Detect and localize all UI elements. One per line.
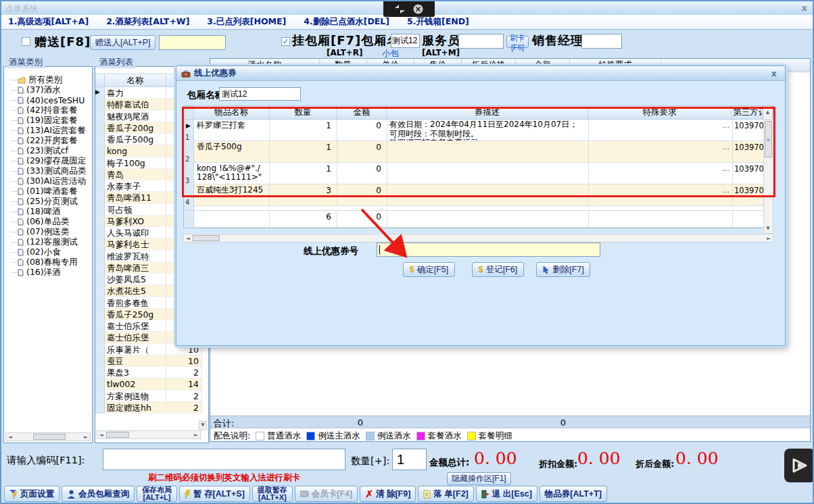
category-label: (22)开房套餐	[26, 136, 78, 146]
coupon-row[interactable]: ▶4 百威纯生3打1245 3 0 … 1039706	[184, 184, 773, 206]
register-button[interactable]: $ 登记[F6]	[472, 262, 524, 277]
scroll-left-arrow[interactable]: ◄	[97, 432, 105, 439]
scroll-right-arrow[interactable]: ►	[765, 235, 773, 243]
scroll-right-arrow[interactable]: ►	[192, 432, 200, 439]
code-entry-input[interactable]	[103, 449, 345, 470]
scroll-thumb[interactable]: ≡	[765, 121, 772, 157]
page-setup-button[interactable]: 页面设置	[4, 486, 59, 502]
coupon-row[interactable]: ▶2 香瓜子500g 1 0 … 1039706	[184, 141, 773, 163]
category-item[interactable]: (12)客服测试	[7, 237, 91, 247]
categories-hscrollbar[interactable]: ◄ ►	[5, 432, 91, 441]
dialog-room-name-input[interactable]	[219, 87, 301, 101]
category-item[interactable]: (02)小食	[7, 247, 91, 257]
category-item[interactable]: (23)测试cf	[7, 146, 91, 156]
save-layout-button[interactable]: 保存布局[ALT+L]	[137, 486, 177, 502]
close-circle-icon[interactable]	[413, 4, 423, 14]
drinks-vscroll-down-arrow[interactable]: ▼	[199, 421, 207, 430]
scroll-left-arrow[interactable]: ◄	[184, 235, 192, 243]
more-button[interactable]: …	[722, 143, 730, 151]
category-item[interactable]: (40)cesTeSHU	[7, 95, 91, 105]
item-coupon-button[interactable]: 物品券[ALT+T]	[540, 486, 607, 502]
category-item[interactable]: (22)开房套餐	[7, 136, 91, 146]
coupon-table-vscrollbar[interactable]: ≡ ▼	[763, 119, 773, 234]
retrieve-hold-button[interactable]: 提取暂存[ALT+X]	[252, 486, 293, 502]
dialog-titlebar[interactable]: 线上优惠券 x	[176, 66, 785, 81]
place-order-button[interactable]: 落 单[F2]	[418, 486, 473, 502]
hold-order-button[interactable]: 暂 存[ALT+S]	[179, 486, 250, 502]
item-name-cell: 香瓜子500g	[194, 141, 270, 163]
drink-row[interactable]: ▶ 固定赠送hh 2	[95, 402, 202, 413]
category-item[interactable]: (16)洋酒	[7, 268, 91, 278]
more-button[interactable]: …	[722, 164, 730, 173]
category-item[interactable]: (30)AI运营活动	[7, 176, 91, 186]
coupon-table-hscrollbar[interactable]: ◄ ►	[183, 234, 773, 243]
coupon-number-input[interactable]	[377, 243, 600, 257]
gift-person-input[interactable]	[159, 35, 226, 50]
gift-person-button[interactable]: 赠送人[ALT+P]	[90, 35, 155, 50]
drink-row[interactable]: ▶ 方案例送物 2	[95, 390, 202, 402]
sales-manager-input[interactable]	[581, 34, 622, 49]
category-item[interactable]: (37)酒水	[7, 85, 91, 95]
special-cell: …	[589, 163, 733, 184]
category-item[interactable]: (01)啤酒套餐	[7, 186, 91, 197]
item-name-cell: kong !&%@#"./ 128\"<11111>"	[194, 163, 270, 184]
category-label: 所有类别	[28, 75, 62, 85]
scroll-left-arrow[interactable]: ◄	[6, 434, 14, 441]
sales-manager-label: 销售经理	[532, 32, 583, 49]
clear-button[interactable]: ✗ 清 除[F9]	[360, 486, 416, 502]
waiter-input[interactable]	[458, 34, 504, 49]
swipe-card-button[interactable]: 刷卡[F6]	[506, 36, 529, 48]
window-close-icon[interactable]: x	[802, 3, 807, 13]
drink-row[interactable]: ▶ 果盘3 2	[95, 367, 202, 378]
category-item[interactable]: 所有类别	[7, 75, 91, 85]
category-item[interactable]: (42)抖音套餐	[7, 105, 91, 116]
scroll-down-arrow[interactable]: ▼	[764, 225, 772, 232]
table-scroll-up-arrow[interactable]: ▲	[764, 109, 772, 116]
category-item[interactable]: (07)例送类	[7, 227, 91, 237]
amount-cell: 0	[337, 163, 387, 184]
menu-advanced[interactable]: 1.高级选项[ALT+A]	[8, 16, 89, 28]
more-button[interactable]: …	[722, 186, 730, 195]
drink-row[interactable]: ▶ 蚕豆 10	[95, 355, 202, 367]
category-item[interactable]: (19)固定套餐	[7, 116, 91, 126]
more-button[interactable]: …	[722, 121, 730, 130]
category-label: (40)cesTeSHU	[26, 95, 85, 105]
category-label: (42)抖音套餐	[26, 105, 78, 116]
category-item[interactable]: (33)测试商品类	[7, 166, 91, 176]
collapse-icon[interactable]	[395, 5, 405, 14]
quantity-input[interactable]	[392, 449, 427, 470]
room-checkbox[interactable]: ✓	[281, 37, 290, 46]
drinks-col-name[interactable]: 名称	[105, 74, 166, 87]
confirm-button[interactable]: $ 确定[F5]	[403, 262, 455, 277]
scroll-thumb[interactable]	[33, 434, 66, 440]
category-item[interactable]: (18)啤酒	[7, 207, 91, 217]
qty-cell: 3	[270, 184, 337, 206]
scroll-thumb[interactable]	[193, 235, 220, 241]
category-item[interactable]: (08)春梅专用	[7, 257, 91, 268]
drink-row[interactable]: ▶ tlw002 14	[95, 378, 202, 390]
drink-name: 哥占顿	[105, 204, 166, 216]
category-item[interactable]: (29)缪存晟固定	[7, 156, 91, 166]
hide-panel-button[interactable]: 隐藏操作区[F1]	[447, 472, 511, 485]
category-item[interactable]: (06)单品类	[7, 217, 91, 227]
member-room-query-button[interactable]: 会员包厢查询	[62, 486, 135, 502]
menu-ordered-list[interactable]: 3.已点列表[HOME]	[207, 16, 286, 28]
delete-button[interactable]: 删除[F7]	[536, 262, 590, 277]
exit-button[interactable]: 退 出[Esc]	[476, 486, 537, 502]
dialog-close-icon[interactable]: x	[771, 68, 777, 78]
gift-checkbox[interactable]	[22, 37, 30, 46]
scroll-thumb[interactable]	[106, 432, 129, 438]
category-item[interactable]: (13)AI运营套餐	[7, 126, 91, 136]
menu-drink-list[interactable]: 2.酒菜列表[ALT+W]	[106, 16, 189, 28]
drinks-hscrollbar[interactable]: ◄ ►	[97, 430, 201, 439]
scroll-right-arrow[interactable]: ►	[82, 434, 90, 441]
room-name-input[interactable]	[391, 34, 420, 48]
legend-item-label: 例送酒水	[377, 430, 411, 442]
menu-delete-ordered[interactable]: 4.删除已点酒水[DEL]	[304, 16, 389, 28]
coupon-row[interactable]: ▶3 kong !&%@#"./ 128\"<11111>" 1 0 … 103…	[184, 163, 773, 184]
member-card-button[interactable]: 会员卡[F4]	[295, 486, 358, 502]
menu-open-cashbox[interactable]: 5.开钱箱[END]	[407, 16, 469, 28]
category-item[interactable]: (25)分页测试	[7, 197, 91, 207]
coupon-row[interactable]: ▶1 科罗娜三打套 1 0 有效日期：2024年04月11日至2024年10月0…	[184, 120, 773, 141]
third-party-cell: 1039706	[733, 163, 764, 184]
